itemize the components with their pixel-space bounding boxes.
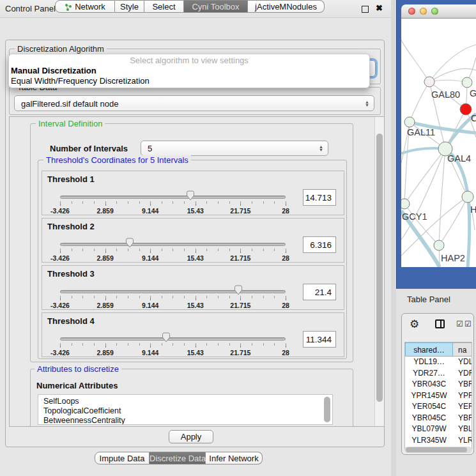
network-canvas[interactable]: GAL80 GA C GAL11 GAL4 GCY1 H HAP2: [401, 19, 476, 267]
threshold-4-value[interactable]: 11.344: [303, 331, 336, 348]
discretization-algorithm-group-title: Discretization Algorithm: [15, 44, 107, 54]
slider-track[interactable]: [60, 196, 286, 199]
node-hap2[interactable]: [434, 240, 444, 250]
column-header-shared-name[interactable]: shared…: [405, 342, 453, 357]
network-svg: GAL80 GA C GAL11 GAL4 GCY1 H HAP2: [401, 19, 476, 267]
table-row[interactable]: YER054CYER0: [405, 401, 472, 413]
checkbox-icon[interactable]: ☑: [464, 319, 472, 328]
node-h[interactable]: [462, 191, 473, 203]
node-label-gal80: GAL80: [431, 89, 460, 100]
threshold-2-value[interactable]: 6.316: [303, 236, 336, 253]
node-top-right[interactable]: [462, 77, 472, 88]
numerical-attributes-label: Numerical Attributes: [36, 381, 118, 390]
tab-cyni-label: Cyni Toolbox: [192, 2, 239, 12]
minimize-traffic-light-icon[interactable]: [420, 8, 427, 15]
threshold-3-slider[interactable]: -3.4262.8599.14415.4321.71528: [60, 282, 286, 309]
table-row[interactable]: YLR345WYLR3: [405, 435, 472, 447]
threshold-3-panel: Threshold 3 -3.4262.8599.14415.4321.7152…: [42, 265, 344, 310]
threshold-2-label: Threshold 2: [47, 222, 95, 231]
node-label-ga-partial: GA: [470, 88, 476, 98]
panel-divider[interactable]: [391, 0, 396, 476]
threshold-2-slider[interactable]: -3.4262.8599.14415.4321.71528: [60, 235, 286, 262]
network-window-titlebar[interactable]: [401, 4, 476, 19]
node-gal11[interactable]: [404, 117, 415, 127]
screen: Control Panel ✖ Network Style Select Cyn…: [0, 0, 476, 476]
algorithm-dropdown-popup: Select algorithm to view settings Manual…: [8, 54, 370, 88]
slider-minor-ticks: [60, 249, 286, 251]
tab-select[interactable]: Select: [144, 0, 184, 13]
slider-tick-labels: -3.4262.8599.14415.4321.71528: [60, 349, 286, 357]
control-panel: Control Panel ✖ Network Style Select Cyn…: [0, 0, 391, 476]
slider-track[interactable]: [60, 337, 286, 341]
tab-network[interactable]: Network: [55, 0, 115, 13]
checkbox-icon[interactable]: ☑: [456, 319, 463, 328]
tab-cyni-toolbox[interactable]: Cyni Toolbox: [184, 0, 248, 13]
slider-thumb[interactable]: [234, 285, 243, 295]
list-item[interactable]: TopologicalCoefficient: [43, 406, 121, 416]
tab-discretize-data[interactable]: Discretize Data: [150, 452, 206, 464]
slider-thumb[interactable]: [186, 190, 195, 201]
slider-thumb[interactable]: [125, 238, 134, 248]
dropdown-option-manual[interactable]: Manual Discretization: [11, 66, 96, 75]
close-traffic-light-icon[interactable]: [408, 8, 415, 15]
threshold-4-slider[interactable]: -3.4262.8599.14415.4321.71528: [60, 330, 286, 357]
table-row[interactable]: YDL19…YDL1: [405, 357, 472, 368]
table-hscrollbar-thumb[interactable]: [406, 447, 467, 452]
threshold-1-panel: Threshold 1 -3.4262.8599.14415.4321.7152…: [42, 171, 344, 215]
threshold-4-label: Threshold 4: [47, 316, 95, 326]
panel-scrollbar-track[interactable]: [374, 117, 385, 426]
slider-track[interactable]: [60, 290, 286, 293]
table-row[interactable]: YPR145WYPR1: [405, 390, 472, 402]
slider-minor-ticks: [60, 343, 286, 346]
node-label-gal11: GAL11: [407, 127, 435, 137]
numerical-attributes-list[interactable]: SelfLoops TopologicalCoefficient Between…: [38, 394, 333, 425]
attributes-group-title: Attributes to discretize: [35, 364, 121, 374]
table-row[interactable]: YBL079WYBL0: [405, 424, 472, 435]
node-table[interactable]: shared… na YDL19…YDL1 YDR27…YDR2 YBR043C…: [404, 342, 472, 450]
zoom-traffic-light-icon[interactable]: [431, 8, 438, 15]
node-gcy1[interactable]: [401, 199, 410, 209]
threshold-2-panel: Threshold 2 -3.4262.8599.14415.4321.7152…: [42, 218, 344, 263]
tab-jactivemnodules[interactable]: jActiveMNodules: [248, 0, 325, 13]
tab-style[interactable]: Style: [115, 0, 144, 13]
slider-thumb[interactable]: [162, 332, 171, 342]
list-scrollbar[interactable]: [324, 397, 330, 422]
table-data-combo[interactable]: galFiltered.sif default node ▲▼: [14, 95, 374, 111]
tab-impute-data[interactable]: Impute Data: [95, 452, 150, 464]
control-panel-title: Control Panel: [5, 4, 56, 13]
node-gal80[interactable]: [424, 77, 434, 87]
tab-jactive-label: jActiveMNodules: [255, 2, 317, 12]
gear-icon[interactable]: ⚙: [410, 318, 419, 331]
apply-button[interactable]: Apply: [169, 430, 213, 443]
close-icon[interactable]: ✖: [376, 3, 383, 13]
tab-network-label: Network: [75, 2, 105, 12]
table-row[interactable]: YBR045CYBR0: [405, 413, 472, 424]
slider-track[interactable]: [60, 243, 286, 246]
column-header-name[interactable]: na: [453, 342, 472, 357]
table-hscrollbar-track[interactable]: [404, 447, 472, 453]
node-label-h-partial: H: [470, 204, 476, 215]
panel-scrollbar-thumb[interactable]: [376, 134, 383, 402]
thresholds-group: Threshold's Coordinates for 5 Intervals …: [38, 160, 347, 359]
tab-infer-network[interactable]: Infer Network: [206, 452, 263, 464]
dropdown-prompt: Select algorithm to view settings: [9, 56, 369, 65]
interval-definition-group: Interval Definition Number of Intervals …: [30, 123, 353, 362]
settings-scroll-panel: Interval Definition Number of Intervals …: [9, 116, 385, 427]
table-row[interactable]: YDR27…YDR2: [405, 368, 472, 380]
number-of-intervals-combo[interactable]: 5 ▲▼: [141, 141, 328, 156]
split-columns-icon[interactable]: [435, 319, 445, 328]
threshold-1-slider[interactable]: -3.4262.8599.14415.4321.71528: [60, 188, 286, 215]
threshold-3-label: Threshold 3: [47, 269, 95, 279]
list-item[interactable]: BetweennessCentrality: [43, 416, 125, 425]
threshold-3-value[interactable]: 21.4: [303, 284, 336, 300]
float-window-icon[interactable]: [362, 6, 369, 13]
interval-definition-title: Interval Definition: [36, 119, 105, 128]
table-panel: ⚙ ☑ ☑ shared… na YDL19…YDL1 YDR27…YDR2 Y…: [401, 313, 474, 455]
threshold-4-panel: Threshold 4 -3.4262.8599.14415.4321.7152…: [42, 312, 344, 357]
node-red-selected[interactable]: [460, 104, 472, 115]
dropdown-option-equal-width[interactable]: Equal Width/Frequency Discretization: [11, 76, 150, 86]
list-item[interactable]: SelfLoops: [43, 397, 79, 406]
table-row[interactable]: YBR043CYBR0: [405, 379, 472, 390]
threshold-1-value[interactable]: 14.713: [303, 189, 336, 206]
combo-arrows-icon: ▲▼: [319, 145, 323, 151]
